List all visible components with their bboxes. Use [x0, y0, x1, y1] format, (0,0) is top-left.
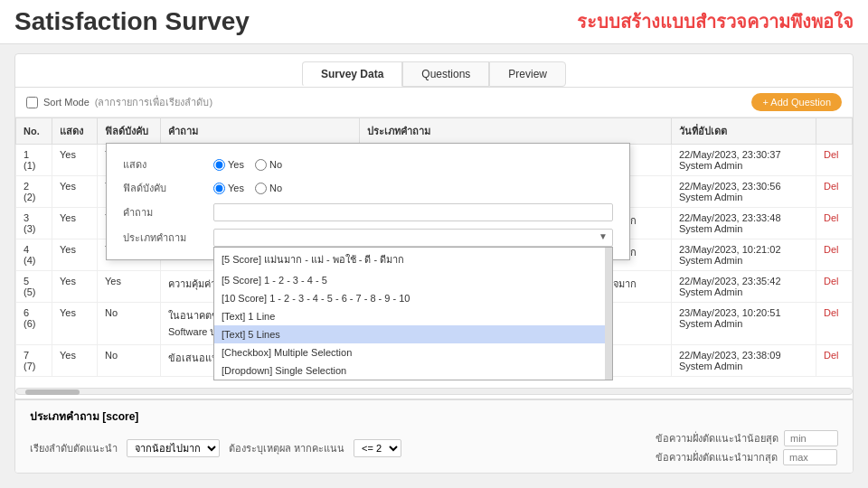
table-area: แสดง Yes No	[15, 117, 853, 384]
bottom-form: เรียงลำดับตัดแนะนำ จากน้อยไปมาก ต้องระบุ…	[30, 430, 838, 465]
toolbar: Sort Mode (ลากรายการเพื่อเรียงลำดับ) + A…	[15, 88, 853, 117]
del-button[interactable]: Del	[824, 307, 839, 318]
question-input[interactable]	[213, 203, 613, 221]
cell-date: 22/May/2023, 23:30:37 System Admin	[672, 145, 816, 176]
field4-label: ข้อความฝั่งตัดแนะนำมากสุด	[656, 449, 778, 465]
cell-no: 5 (5)	[16, 271, 52, 303]
scrollbar-thumb	[25, 389, 80, 395]
cell-show: Yes	[52, 208, 98, 239]
app-title: Satisfaction Survey	[14, 7, 250, 36]
field2-select[interactable]: <= 2 <= 3 <= 4	[354, 439, 401, 457]
required-yes-option[interactable]: Yes	[213, 183, 244, 194]
max-row: ข้อความฝั่งตัดแนะนำมากสุด	[656, 449, 838, 465]
cell-date: 23/May/2023, 10:20:51 System Admin	[672, 303, 816, 345]
dropdown-option-1[interactable]: [5 Score] แม่นมาก - แม่ - พอใช้ - ดี - ด…	[214, 248, 612, 271]
sort-mode-hint: (ลากรายการเพื่อเรียงลำดับ)	[95, 94, 212, 110]
cell-show: Yes	[52, 303, 98, 345]
bottom-right: ข้อความฝั่งตัดแนะนำน้อยสุด ข้อความฝั่งตั…	[656, 430, 838, 465]
cell-del[interactable]: Del	[816, 176, 853, 208]
col-show: แสดง	[52, 118, 98, 145]
cell-show: Yes	[52, 271, 98, 303]
bottom-panel: ประเภทคำถาม [score] เรียงลำดับตัดแนะนำ จ…	[15, 399, 853, 473]
type-dropdown-list: [5 Score] แม่นมาก - แม่ - พอใช้ - ดี - ด…	[213, 247, 613, 380]
sort-mode-area: Sort Mode (ลากรายการเพื่อเรียงลำดับ)	[26, 94, 212, 110]
cell-required: Yes	[98, 271, 161, 303]
del-button[interactable]: Del	[824, 212, 839, 223]
tabs-bar: Survey Data Questions Preview	[15, 54, 853, 88]
cell-del[interactable]: Del	[816, 208, 853, 239]
cell-del[interactable]: Del	[816, 345, 853, 377]
header: Satisfaction Survey ระบบสร้างแบบสำรวจควา…	[0, 0, 868, 44]
edit-form: แสดง Yes No	[106, 143, 630, 260]
del-button[interactable]: Del	[824, 276, 839, 286]
cell-date: 23/May/2023, 10:21:02 System Admin	[672, 239, 816, 271]
max-input[interactable]	[783, 449, 837, 465]
col-action	[816, 118, 853, 145]
dropdown-scrollbar[interactable]	[605, 248, 612, 380]
cell-no: 1 (1)	[16, 145, 52, 176]
del-button[interactable]: Del	[824, 181, 839, 192]
cell-no: 7 (7)	[16, 345, 52, 377]
show-no-option[interactable]: No	[255, 159, 282, 171]
show-label: แสดง	[118, 153, 208, 176]
cell-del[interactable]: Del	[816, 145, 853, 176]
min-input[interactable]	[784, 430, 838, 446]
cell-date: 22/May/2023, 23:35:42 System Admin	[672, 271, 816, 303]
main-content: Survey Data Questions Preview Sort Mode …	[0, 44, 868, 483]
min-row: ข้อความฝั่งตัดแนะนำน้อยสุด	[656, 430, 838, 446]
dropdown-option-2[interactable]: [5 Score] 1 - 2 - 3 - 4 - 5	[214, 271, 612, 289]
col-date: วันที่อัปเดต	[672, 118, 816, 145]
del-button[interactable]: Del	[824, 350, 839, 361]
field2-label: ต้องระบุเหตุผล หากคะแนน	[229, 440, 344, 456]
cell-del[interactable]: Del	[816, 271, 853, 303]
cell-no: 3 (3)	[16, 208, 52, 239]
sort-mode-checkbox[interactable]	[26, 97, 38, 108]
col-required: ฟิลด์บังคับ	[98, 118, 161, 145]
dropdown-option-4[interactable]: [Text] 1 Line	[214, 307, 612, 325]
required-no-option[interactable]: No	[255, 183, 282, 194]
cell-no: 6 (6)	[16, 303, 52, 345]
cell-date: 22/May/2023, 23:30:56 System Admin	[672, 176, 816, 208]
cell-no: 2 (2)	[16, 176, 52, 208]
type-label-cell: ประเภทคำถาม	[118, 225, 208, 250]
tab-preview[interactable]: Preview	[489, 61, 566, 87]
required-yes-label: Yes	[228, 183, 244, 193]
dropdown-option-5[interactable]: [Text] 5 Lines	[214, 325, 612, 343]
tab-questions[interactable]: Questions	[402, 61, 489, 87]
cell-del[interactable]: Del	[816, 303, 853, 345]
cell-no: 4 (4)	[16, 239, 52, 271]
show-yes-radio[interactable]	[213, 159, 225, 171]
dropdown-option-7[interactable]: [Dropdown] Single Selection	[214, 361, 612, 380]
field3-label: ข้อความฝั่งตัดแนะนำน้อยสุด	[656, 430, 778, 446]
required-yes-radio[interactable]	[213, 183, 225, 194]
add-question-button[interactable]: + Add Question	[751, 93, 842, 111]
cell-show: Yes	[52, 145, 98, 176]
question-label-cell: คำถาม	[118, 200, 208, 225]
show-radio-group: Yes No	[213, 159, 613, 171]
dropdown-option-6[interactable]: [Checkbox] Multiple Selection	[214, 343, 612, 361]
cell-show: Yes	[52, 239, 98, 271]
cell-show: Yes	[52, 345, 98, 377]
show-no-radio[interactable]	[255, 159, 267, 171]
cell-del[interactable]: Del	[816, 239, 853, 271]
dropdown-option-3[interactable]: [10 Score] 1 - 2 - 3 - 4 - 5 - 6 - 7 - 8…	[214, 289, 612, 307]
field1-select[interactable]: จากน้อยไปมาก	[127, 439, 220, 457]
bottom-panel-title: ประเภทคำถาม [score]	[30, 408, 838, 425]
app-subtitle: ระบบสร้างแบบสำรวจความพึงพอใจ	[577, 7, 854, 36]
sort-mode-label: Sort Mode	[43, 97, 90, 108]
required-no-radio[interactable]	[255, 183, 267, 194]
type-input[interactable]	[213, 229, 613, 247]
tab-survey-data[interactable]: Survey Data	[302, 61, 402, 87]
show-yes-label: Yes	[228, 159, 244, 170]
type-dropdown-container: ▼ [5 Score] แม่นมาก - แม่ - พอใช้ - ดี -…	[213, 229, 613, 247]
cell-show: Yes	[52, 176, 98, 208]
field1-label: เรียงลำดับตัดแนะนำ	[30, 440, 118, 456]
col-no: No.	[16, 118, 52, 145]
del-button[interactable]: Del	[824, 244, 839, 255]
required-label: ฟิลด์บังคับ	[118, 176, 208, 200]
show-yes-option[interactable]: Yes	[213, 159, 244, 171]
col-question: คำถาม	[161, 118, 360, 145]
del-button[interactable]: Del	[824, 149, 839, 160]
cell-date: 22/May/2023, 23:38:09 System Admin	[672, 345, 816, 377]
horizontal-scrollbar[interactable]	[15, 388, 853, 395]
